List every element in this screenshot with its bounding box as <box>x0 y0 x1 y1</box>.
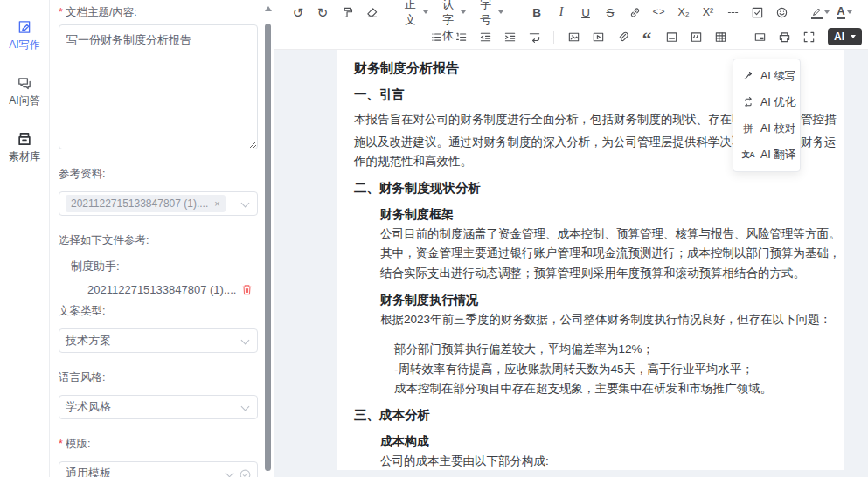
ai-continue-icon <box>741 70 755 82</box>
doc-heading: 财务制度执行情况 <box>354 290 827 310</box>
doc-text-line: -周转效率有待提高，应收账款周转天数为45天，高于行业平均水平； <box>354 360 827 380</box>
page-panel-icon[interactable] <box>753 27 767 46</box>
strikethrough-icon[interactable]: S <box>603 3 617 22</box>
blockquote-icon-glyph: “ <box>642 31 652 44</box>
print-icon[interactable] <box>777 27 791 46</box>
horizontal-rule-icon[interactable] <box>726 3 740 22</box>
font-color-icon[interactable]: A <box>837 3 851 22</box>
chevron-down-icon <box>241 403 250 411</box>
paragraph-style-dropdown-label: 正文 <box>405 0 416 28</box>
reference-select[interactable]: 2021122715133847807 (1)....× <box>59 191 258 216</box>
code-block-icon[interactable] <box>689 27 703 46</box>
fullscreen-icon[interactable] <box>802 27 816 46</box>
ai-menu-item-label: AI 优化 <box>760 95 795 110</box>
doc-type-select[interactable]: 技术方案 <box>59 328 258 353</box>
highlight-color-icon[interactable] <box>813 3 827 22</box>
eraser-icon[interactable] <box>365 3 378 22</box>
scrollbar-thumb[interactable] <box>265 24 271 471</box>
style-select[interactable]: 学术风格 <box>59 395 258 419</box>
redo-icon[interactable]: ↻ <box>316 3 330 22</box>
attachment-icon[interactable] <box>615 27 629 46</box>
toolbar-separator <box>553 31 554 44</box>
doc-paragraph: 部分部门预算执行偏差较大，平均偏差率为12%；-周转效率有待提高，应收账款周转天… <box>354 340 827 399</box>
tag-remove-icon[interactable]: × <box>214 198 219 209</box>
subscript-icon[interactable]: X₂ <box>677 3 691 22</box>
ordered-list-icon[interactable] <box>454 27 468 46</box>
ai-writing-icon <box>17 19 32 35</box>
doc-heading: 成本构成 <box>354 432 827 452</box>
caret-down-icon <box>498 10 503 14</box>
paragraph-style-dropdown[interactable]: 正文 <box>405 0 428 28</box>
superscript-icon[interactable]: X² <box>701 3 715 22</box>
nav-label-ai-writing: AI写作 <box>9 38 39 52</box>
editor-toolbar: ↺↻正文默认字体字号BIUS<>X₂X²A “AI <box>274 0 868 50</box>
table-icon[interactable] <box>713 27 727 46</box>
template-select[interactable]: 通用模板 <box>59 461 258 477</box>
app-window: AI写作 AI问答 素材库 *文档主题/内容: 写一份财务制度分析报告 参考资料… <box>0 0 868 477</box>
video-icon[interactable] <box>591 27 605 46</box>
outdent-icon[interactable] <box>478 27 492 46</box>
inline-code-icon[interactable]: <> <box>652 3 666 22</box>
ai-menu-item[interactable]: AI 优化 <box>733 89 800 115</box>
ai-menu-item[interactable]: 拼AI 校对 <box>733 115 800 142</box>
redo-icon-glyph: ↻ <box>317 6 329 19</box>
blockquote-icon[interactable]: “ <box>640 27 654 46</box>
italic-icon-glyph: I <box>559 5 564 19</box>
image-icon[interactable] <box>566 27 580 46</box>
nav-item-ai-qa[interactable]: AI问答 <box>0 75 49 108</box>
toolbar-separator <box>740 31 740 44</box>
ai-optimize-icon <box>741 96 755 108</box>
doc-text-line: 结合实际支出进行动态调整；预算管理则采用年度预算和滚动预算相结合的方式。 <box>354 264 827 284</box>
doc-text-line: 部分部门预算执行偏差较大，平均偏差率为12%； <box>354 340 827 360</box>
form-panel: *文档主题/内容: 写一份财务制度分析报告 参考资料: 202112271513… <box>51 0 262 477</box>
style-value: 学术风格 <box>66 399 111 415</box>
reference-label: 参考资料: <box>59 167 256 182</box>
material-library-icon <box>17 131 32 147</box>
text-wrap-icon[interactable] <box>527 27 541 46</box>
nav-label-ai-qa: AI问答 <box>9 93 39 108</box>
font-family-dropdown-label: 默认字体 <box>442 0 454 44</box>
nav-label-material-library: 素材库 <box>9 149 40 164</box>
italic-icon[interactable]: I <box>554 3 568 22</box>
caret-down-icon <box>851 35 856 38</box>
emoji-icon[interactable] <box>774 3 788 22</box>
undo-icon[interactable]: ↺ <box>291 3 305 22</box>
ai-qa-icon <box>17 75 32 91</box>
chevron-down-icon <box>241 199 250 208</box>
doc-text-line: 公司的成本主要由以下部分构成: <box>354 452 827 471</box>
superscript-icon-glyph: X² <box>703 6 714 18</box>
link-icon[interactable] <box>628 3 642 22</box>
topic-input[interactable]: 写一份财务制度分析报告 <box>59 24 258 149</box>
delete-file-icon[interactable] <box>240 283 253 296</box>
nav-item-material-library[interactable]: 素材库 <box>0 131 49 164</box>
form-panel-scrollbar <box>262 0 274 477</box>
font-size-dropdown-label: 字号 <box>480 0 491 28</box>
ai-menu-item[interactable]: 文AAI 翻译 <box>733 142 800 168</box>
format-painter-icon[interactable] <box>340 3 354 22</box>
nav-item-ai-writing[interactable]: AI写作 <box>0 19 49 52</box>
topic-label: *文档主题/内容: <box>59 5 256 20</box>
bullet-list-icon[interactable] <box>429 27 443 46</box>
ai-menu-item[interactable]: AI 续写 <box>733 63 800 89</box>
underline-icon[interactable]: U <box>579 3 593 22</box>
divider-block-icon[interactable] <box>664 27 678 46</box>
ai-menu-item-label: AI 翻译 <box>760 148 795 162</box>
template-label: *模版: <box>59 437 256 452</box>
assistant-label: 制度助手: <box>59 259 256 274</box>
doc-text-line: 其中，资金管理主要通过银行账户管理和现金流预测进行；成本控制以部门预算为基础， <box>354 244 827 264</box>
ai-dropdown-button[interactable]: AI <box>828 28 862 45</box>
doc-text-line: 根据2023年前三季度的财务数据，公司整体财务制度执行情况良好，但存在以下问题： <box>354 310 827 330</box>
indent-icon[interactable] <box>503 27 517 46</box>
doc-paragraph: 公司的成本主要由以下部分构成: <box>354 452 827 471</box>
doc-text-line: 成本控制在部分项目中存在超支现象，主要集中在研发和市场推广领域。 <box>354 379 827 399</box>
scroll-up-icon[interactable] <box>265 6 272 11</box>
task-list-icon[interactable] <box>750 3 764 22</box>
caret-down-icon <box>461 10 466 14</box>
ai-dropdown-menu: AI 续写AI 优化拼AI 校对文AAI 翻译 <box>733 59 801 172</box>
style-label: 语言风格: <box>59 370 256 385</box>
bold-icon[interactable]: B <box>530 3 544 22</box>
undo-icon-glyph: ↺ <box>293 6 304 19</box>
font-size-dropdown[interactable]: 字号 <box>480 0 503 28</box>
doc-heading: 二、财务制度现状分析 <box>354 178 827 198</box>
doc-heading: 三、成本分析 <box>354 405 827 425</box>
